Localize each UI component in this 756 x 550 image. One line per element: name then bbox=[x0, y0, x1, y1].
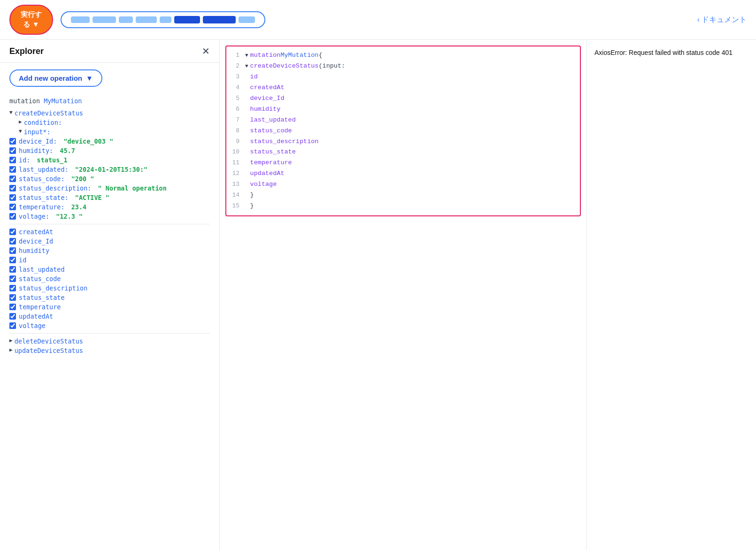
checkbox-status_state[interactable] bbox=[9, 294, 16, 301]
checkbox-voltage[interactable] bbox=[9, 213, 16, 220]
sidebar-title: Explorer bbox=[9, 46, 44, 56]
url-segment-6 bbox=[174, 16, 200, 23]
checkbox-id[interactable] bbox=[9, 257, 16, 263]
expand-arrow[interactable]: ▼ bbox=[19, 128, 22, 134]
line-number: 5 bbox=[226, 93, 245, 104]
run-button-line2: る ▼ bbox=[23, 20, 39, 29]
line-expand-icon[interactable]: ▼ bbox=[245, 62, 248, 71]
checkbox-device_id[interactable] bbox=[9, 238, 16, 244]
return-field-updatedat: updatedAt bbox=[9, 312, 210, 321]
url-segment-2 bbox=[93, 16, 116, 23]
line-number: 1 bbox=[226, 50, 245, 61]
divider-bottom bbox=[9, 333, 210, 334]
tree-item-createDeviceStatus[interactable]: ▼ createDeviceStatus bbox=[9, 108, 210, 118]
checkbox-temperature[interactable] bbox=[9, 204, 16, 210]
checkbox-status-description[interactable] bbox=[9, 185, 16, 191]
checkbox-device-id[interactable] bbox=[9, 138, 16, 145]
line-number: 11 bbox=[226, 158, 245, 168]
code-line-6: 6 humidity bbox=[226, 104, 580, 115]
checkbox-temperature[interactable] bbox=[9, 304, 16, 310]
code-section: 1▼mutation MyMutation {2▼ createDeviceSt… bbox=[220, 40, 587, 550]
sidebar-header: Explorer ✕ bbox=[0, 40, 219, 63]
expand-arrow[interactable]: ▶ bbox=[19, 119, 22, 125]
field-status-description: status_description: " Normal operation bbox=[9, 183, 210, 193]
result-section: AxiosError: Request failed with status c… bbox=[587, 40, 756, 550]
field-voltage: voltage: "12.3 " bbox=[9, 212, 210, 221]
code-line-5: 5 device_Id bbox=[226, 93, 580, 104]
line-number: 3 bbox=[226, 72, 245, 82]
code-line-2: 2▼ createDeviceStatus(input: bbox=[226, 61, 580, 72]
mutation-label: mutation MyMutation bbox=[9, 97, 210, 105]
line-expand-icon[interactable]: ▼ bbox=[245, 51, 248, 60]
line-number: 13 bbox=[226, 179, 245, 190]
return-field-temperature: temperature bbox=[9, 302, 210, 312]
url-segment-7 bbox=[203, 16, 236, 23]
code-line-7: 7 last_updated bbox=[226, 115, 580, 126]
code-line-13: 13 voltage bbox=[226, 179, 580, 190]
expand-arrow[interactable]: ▼ bbox=[9, 109, 13, 115]
checkbox-status-state[interactable] bbox=[9, 194, 16, 201]
checkbox-humidity[interactable] bbox=[9, 247, 16, 254]
code-line-8: 8 status_code bbox=[226, 126, 580, 137]
field-status-state: status_state: "ACTIVE " bbox=[9, 193, 210, 202]
field-humidity: humidity: 45.7 bbox=[9, 146, 210, 155]
checkbox-status_code[interactable] bbox=[9, 275, 16, 282]
expand-arrow[interactable]: ▶ bbox=[9, 337, 13, 344]
line-number: 4 bbox=[226, 83, 245, 93]
tree-item-deleteDeviceStatus[interactable]: ▶ deleteDeviceStatus bbox=[9, 336, 210, 346]
checkbox-last-updated[interactable] bbox=[9, 166, 16, 173]
run-button[interactable]: 実行す る ▼ bbox=[9, 5, 53, 35]
close-button[interactable]: ✕ bbox=[202, 46, 210, 57]
field-status-code: status_code: "200 " bbox=[9, 174, 210, 183]
code-line-1: 1▼mutation MyMutation { bbox=[226, 50, 580, 61]
error-text: AxiosError: Request failed with status c… bbox=[594, 47, 748, 58]
url-segment-1 bbox=[71, 16, 90, 23]
return-field-createdat: createdAt bbox=[9, 227, 210, 237]
tree-item-condition[interactable]: ▶ condition: bbox=[9, 118, 210, 127]
code-line-11: 11 temperature bbox=[226, 158, 580, 168]
url-bar[interactable] bbox=[61, 11, 265, 28]
checkbox-updatedat[interactable] bbox=[9, 313, 16, 320]
line-number: 12 bbox=[226, 168, 245, 179]
return-field-voltage: voltage bbox=[9, 321, 210, 330]
tree-item-input[interactable]: ▼ input*: bbox=[9, 127, 210, 137]
line-number: 15 bbox=[226, 201, 245, 211]
checkbox-createdat[interactable] bbox=[9, 229, 16, 235]
doc-link[interactable]: ‹ ドキュメント bbox=[697, 15, 747, 25]
line-number: 14 bbox=[226, 190, 245, 200]
field-device-id: device_Id: "device_003 " bbox=[9, 137, 210, 146]
url-segment-5 bbox=[160, 16, 171, 23]
return-field-last_updated: last_updated bbox=[9, 265, 210, 274]
code-line-9: 9 status_description bbox=[226, 137, 580, 147]
return-field-id: id bbox=[9, 255, 210, 265]
line-number: 9 bbox=[226, 137, 245, 147]
checkbox-last_updated[interactable] bbox=[9, 266, 16, 273]
code-line-4: 4 createdAt bbox=[226, 83, 580, 93]
tree-item-updateDeviceStatus[interactable]: ▶ updateDeviceStatus bbox=[9, 346, 210, 355]
checkbox-status-code[interactable] bbox=[9, 176, 16, 182]
field-last-updated: last_updated: "2024-01-20T15:30:" bbox=[9, 165, 210, 174]
main-layout: Explorer ✕ Add new operation ▼ mutation … bbox=[0, 40, 756, 550]
top-bar: 実行す る ▼ ‹ ドキュメント bbox=[0, 0, 756, 40]
code-content: 1▼mutation MyMutation {2▼ createDeviceSt… bbox=[226, 46, 580, 215]
sidebar-content: mutation MyMutation ▼ createDeviceStatus… bbox=[0, 93, 219, 359]
code-editor[interactable]: 1▼mutation MyMutation {2▼ createDeviceSt… bbox=[225, 46, 581, 216]
checkbox-voltage[interactable] bbox=[9, 322, 16, 329]
checkbox-status_description[interactable] bbox=[9, 285, 16, 291]
line-number: 6 bbox=[226, 104, 245, 115]
return-field-humidity: humidity bbox=[9, 246, 210, 255]
checkbox-humidity[interactable] bbox=[9, 147, 16, 154]
return-field-status_description: status_description bbox=[9, 283, 210, 293]
add-operation-arrow: ▼ bbox=[86, 74, 93, 82]
run-button-line1: 実行す bbox=[21, 10, 42, 19]
return-field-status_state: status_state bbox=[9, 293, 210, 302]
add-operation-button[interactable]: Add new operation ▼ bbox=[9, 69, 102, 87]
sidebar: Explorer ✕ Add new operation ▼ mutation … bbox=[0, 40, 220, 550]
expand-arrow[interactable]: ▶ bbox=[9, 347, 13, 353]
checkbox-id[interactable] bbox=[9, 157, 16, 163]
url-segment-3 bbox=[119, 16, 133, 23]
field-id: id: status_1 bbox=[9, 155, 210, 165]
line-number: 2 bbox=[226, 61, 245, 71]
add-operation-label: Add new operation bbox=[19, 74, 82, 82]
code-line-14: 14 } bbox=[226, 190, 580, 201]
